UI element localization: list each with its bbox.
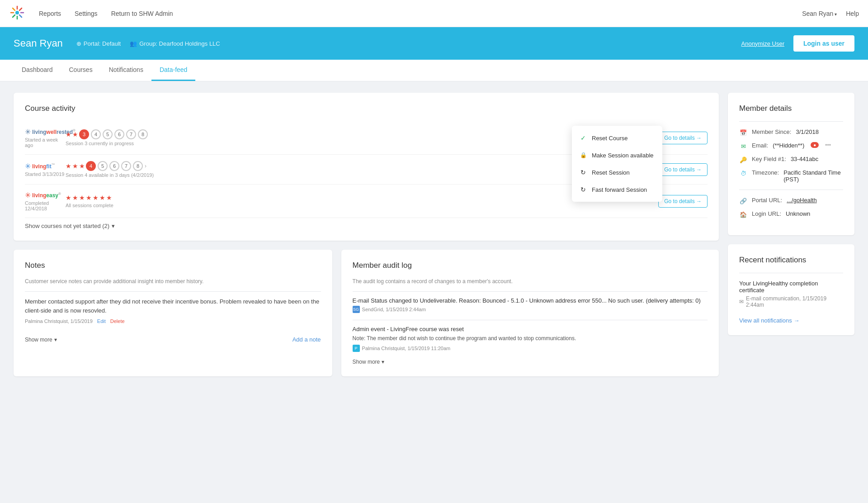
svg-line-5 (13, 8, 15, 10)
anonymize-user-button[interactable]: Anonymize User (741, 40, 784, 47)
note-author-date: Palmina Christquist, 1/15/2019 (25, 318, 93, 324)
audit-event-1-source: SG SendGrid, 1/15/2019 2:44am (353, 306, 708, 313)
reset-session-item[interactable]: ↻ Reset Session (572, 164, 662, 181)
email-small-icon: ✉ (739, 299, 744, 305)
session-circle: 6 (114, 129, 124, 139)
make-session-icon: 🔒 (579, 151, 587, 159)
course-2-stars: ★ ★ ★ 4 5 6 7 8 › (66, 161, 642, 171)
nav-links: Reports Settings Return to SHW Admin (39, 10, 802, 17)
view-all-notifications-link[interactable]: View all notifications → (739, 317, 843, 324)
course-3-go-details-button[interactable]: Go to details (658, 195, 708, 208)
svg-line-8 (13, 15, 15, 17)
note-content: Member contacted support after they did … (25, 297, 321, 315)
email-row: ✉ Email: (**Hidden**) ● ••• (739, 142, 843, 150)
star-icon: ★ (79, 194, 85, 201)
clock-icon: ⏱ (739, 169, 747, 177)
nav-reports[interactable]: Reports (39, 10, 61, 17)
group-icon: 👥 (130, 40, 137, 47)
fast-forward-label: Fast forward Session (592, 186, 647, 193)
audit-event-2-title: Admin event - LivingFree course was rese… (353, 326, 708, 332)
audit-event-1: E-mail Status changed to Undeliverable. … (353, 297, 708, 313)
course-2-started: Started 3/13/2019 (25, 171, 66, 177)
hidden-badge: ● (811, 142, 819, 148)
audit-divider-2 (353, 320, 708, 320)
course-3-stars-area: ★ ★ ★ ★ ★ ★ ★ All sessions complete (66, 194, 642, 208)
session-circle: 8 (138, 129, 148, 139)
reset-course-item[interactable]: ✓ Reset Course (572, 129, 662, 147)
notes-title: Notes (25, 261, 321, 270)
notification-meta: ✉ E-mail communication, 1/15/2019 2:44am (739, 295, 843, 308)
audit-show-more[interactable]: Show more ▾ (353, 359, 708, 365)
session-circle: 3 (79, 129, 89, 139)
notifications-divider (739, 273, 843, 273)
star-icon: ★ (72, 162, 78, 170)
notification-title: Your LivingHealthy completion certificat… (739, 280, 843, 294)
notification-item: Your LivingHealthy completion certificat… (739, 280, 843, 308)
session-circle: 5 (103, 129, 113, 139)
audit-event-2: Admin event - LivingFree course was rese… (353, 326, 708, 352)
member-details-divider (739, 121, 843, 122)
nav-return-admin[interactable]: Return to SHW Admin (111, 10, 173, 17)
right-column: Member details 📅 Member Since: 3/1/2018 … (728, 93, 854, 376)
audit-event-1-meta: SendGrid, 1/15/2019 2:44am (362, 307, 426, 312)
chevron-down-icon: ▾ (112, 223, 115, 229)
user-header-left: Sean Ryan ⊕ Portal: Default 👥 Group: Dea… (14, 38, 220, 49)
audit-event-2-source: P Palmina Christquist, 1/15/2019 11:20am (353, 345, 708, 352)
tab-courses[interactable]: Courses (61, 60, 101, 81)
globe-icon: ⊕ (76, 40, 81, 47)
course-1-go-details-button[interactable]: Go to details (658, 132, 708, 144)
recent-notifications-title: Recent notifications (739, 256, 843, 265)
session-circle: 4 (86, 161, 96, 171)
note-delete-link[interactable]: Delete (110, 318, 125, 324)
course-1-started: Started a week ago (25, 137, 66, 148)
user-meta: ⊕ Portal: Default 👥 Group: Dearfood Hold… (76, 40, 220, 47)
member-details-title: Member details (739, 104, 843, 113)
livingwellrested-icon: ✳ (25, 128, 31, 136)
portal-icon: 🔗 (739, 197, 747, 205)
make-session-available-item[interactable]: 🔒 Make Session available (572, 147, 662, 164)
course-3-session-info: All sessions complete (66, 203, 642, 208)
timezone-label: Timezone: (752, 169, 779, 176)
notification-meta-text: E-mail communication, 1/15/2019 2:44am (746, 295, 843, 308)
tab-data-feed[interactable]: Data-feed (151, 60, 195, 81)
audit-description: The audit log contains a record of chang… (353, 278, 708, 285)
session-circle: 6 (109, 161, 119, 171)
star-icon: ★ (66, 131, 71, 138)
reset-session-label: Reset Session (592, 169, 630, 176)
portal-url-value[interactable]: .../goHealth (787, 197, 817, 204)
member-since-label: Member Since: (752, 128, 791, 135)
course-2-stars-area: ★ ★ ★ 4 5 6 7 8 › Session 4 available in… (66, 161, 642, 178)
notes-show-more[interactable]: Show more ▾ (25, 337, 57, 343)
course-1-session-info: Session 3 currently in progress (66, 141, 642, 146)
session-circle: 5 (98, 161, 108, 171)
key-icon: 🔑 (739, 156, 747, 164)
reset-session-icon: ↻ (579, 168, 587, 176)
notes-divider (25, 291, 321, 292)
notes-description: Customer service notes can provide addit… (25, 278, 321, 285)
show-courses-toggle[interactable]: Show courses not yet started (2) ▾ (25, 223, 708, 229)
email-label: Email: (752, 142, 768, 149)
login-as-user-button[interactable]: Login as user (793, 35, 854, 52)
note-metadata: Palmina Christquist, 1/15/2019 Edit Dele… (25, 318, 321, 324)
tab-notifications[interactable]: Notifications (101, 60, 151, 81)
reset-course-label: Reset Course (592, 135, 627, 142)
course-2-go-details-button[interactable]: Go to details (658, 163, 708, 176)
nav-settings[interactable]: Settings (75, 10, 98, 17)
notes-card: Notes Customer service notes can provide… (14, 250, 332, 376)
key-field-label: Key Field #1: (752, 156, 786, 162)
session-circle: 8 (133, 161, 143, 171)
course-1-stars: ★ ★ 3 4 5 6 7 8 (66, 129, 642, 139)
user-name-nav[interactable]: Sean Ryan (802, 10, 837, 17)
fast-forward-session-item[interactable]: ↻ Fast forward Session (572, 181, 662, 198)
course-logo-3: ✳ livingeasy® Completed 12/4/2018 (25, 191, 66, 211)
help-link[interactable]: Help (846, 10, 859, 17)
email-more-options[interactable]: ••• (825, 142, 831, 148)
course-3-completed: Completed 12/4/2018 (25, 200, 66, 211)
star-icon: ★ (99, 194, 105, 201)
note-edit-link[interactable]: Edit (97, 318, 106, 324)
recent-notifications-card: Recent notifications Your LivingHealthy … (728, 244, 854, 335)
svg-point-0 (15, 11, 19, 14)
tab-dashboard[interactable]: Dashboard (14, 60, 61, 81)
top-nav: Reports Settings Return to SHW Admin Sea… (0, 0, 868, 27)
add-note-button[interactable]: Add a note (292, 336, 321, 343)
